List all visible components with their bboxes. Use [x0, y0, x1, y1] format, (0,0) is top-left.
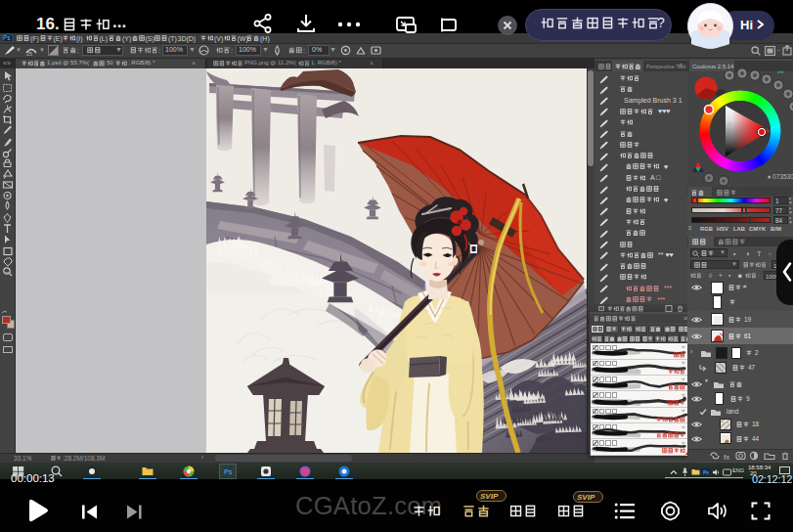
svg-text:fx: fx [724, 453, 729, 462]
